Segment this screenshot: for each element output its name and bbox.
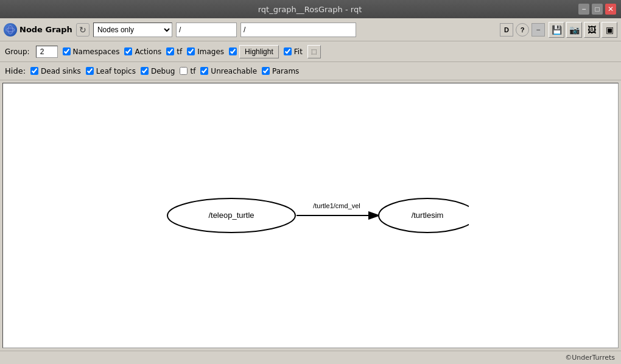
close-x-button[interactable]: − [532, 23, 545, 37]
tf-checkbox-group: tf [166, 47, 182, 56]
tf-hide-checkbox[interactable] [180, 67, 188, 75]
group-value[interactable] [37, 47, 57, 56]
dead-sinks-checkbox[interactable] [30, 67, 38, 75]
display-mode-dropdown[interactable]: Nodes only [93, 23, 172, 37]
filter2-input[interactable] [240, 23, 356, 37]
actions-label[interactable]: Actions [135, 47, 161, 56]
debug-checkbox[interactable] [141, 67, 149, 75]
screenshot-icon: 🖼 [588, 25, 596, 35]
fit-checkbox-group: Fit [284, 47, 303, 56]
tf-hide-checkbox-group: tf [180, 67, 195, 75]
node-graph-label: Node Graph [19, 25, 72, 34]
square-button[interactable]: ⬚ [307, 45, 321, 58]
highlight-checkbox-group: Highlight [229, 45, 279, 58]
canvas-area[interactable]: /teleop_turtle /turtle1/cmd_vel /turtles… [2, 83, 619, 348]
unreachable-checkbox[interactable] [200, 67, 208, 75]
params-label[interactable]: Params [272, 67, 299, 75]
fit-label[interactable]: Fit [294, 47, 303, 56]
group-label: Group: [5, 47, 30, 56]
leaf-topics-checkbox-group: Leaf topics [86, 67, 136, 75]
debug-label[interactable]: Debug [151, 67, 175, 75]
highlight-checkbox[interactable] [229, 47, 237, 55]
tf-checkbox[interactable] [166, 47, 174, 55]
camera-icon: 📷 [569, 25, 580, 35]
namespaces-label[interactable]: Namespaces [73, 47, 120, 56]
refresh-icon: ↻ [79, 25, 86, 35]
images-checkbox-group: Images [187, 47, 224, 56]
d-button[interactable]: D [500, 23, 513, 37]
view-button[interactable]: ▣ [602, 22, 617, 38]
window-title: rqt_graph__RosGraph - rqt [41, 5, 578, 14]
edge-label: /turtle1/cmd_vel [313, 202, 360, 209]
leaf-topics-checkbox[interactable] [86, 67, 94, 75]
images-checkbox[interactable] [187, 47, 195, 55]
save-icon: 💾 [552, 25, 562, 35]
debug-checkbox-group: Debug [141, 67, 175, 75]
display-mode-select[interactable]: Nodes only [94, 25, 172, 35]
filter1-input[interactable] [176, 23, 237, 37]
titlebar: rqt_graph__RosGraph - rqt − □ ✕ [0, 0, 621, 18]
top-right-controls: D ? − [500, 23, 545, 37]
app-icon [4, 23, 17, 37]
fit-checkbox[interactable] [284, 47, 292, 55]
leaf-topics-label[interactable]: Leaf topics [96, 67, 136, 75]
tf-label[interactable]: tf [177, 47, 182, 56]
highlight-button[interactable]: Highlight [239, 45, 279, 58]
help-button[interactable]: ? [516, 23, 529, 37]
group-spinbox[interactable] [36, 46, 58, 58]
unreachable-checkbox-group: Unreachable [200, 67, 257, 75]
window-controls: − □ ✕ [578, 4, 616, 15]
params-checkbox[interactable] [262, 67, 270, 75]
images-label[interactable]: Images [197, 47, 224, 56]
screenshot-button[interactable]: 🖼 [584, 22, 600, 38]
square-icon: ⬚ [311, 48, 317, 55]
tf-hide-label[interactable]: tf [190, 67, 195, 75]
graph-container: /teleop_turtle /turtle1/cmd_vel /turtles… [3, 83, 618, 348]
toolbar-row2: Group: Namespaces Actions tf Images High… [0, 41, 621, 62]
graph-svg: /teleop_turtle /turtle1/cmd_vel /turtles… [152, 191, 469, 240]
toolbar-row1: Node Graph ↻ Nodes only D ? − 💾 📷 [0, 18, 621, 41]
hide-label: Hide: [5, 66, 26, 75]
close-button[interactable]: ✕ [605, 4, 616, 15]
statusbar-text: ©UnderTurrets [565, 354, 615, 362]
main-window: Node Graph ↻ Nodes only D ? − 💾 📷 [0, 18, 621, 364]
unreachable-label[interactable]: Unreachable [211, 67, 257, 75]
toolbar-right-icons: 💾 📷 🖼 ▣ [549, 22, 617, 38]
maximize-button[interactable]: □ [592, 4, 603, 15]
node1-label: /teleop_turtle [208, 211, 254, 220]
minimize-button[interactable]: − [578, 4, 589, 15]
refresh-button[interactable]: ↻ [76, 23, 89, 37]
namespaces-checkbox-group: Namespaces [63, 47, 120, 56]
statusbar: ©UnderTurrets [0, 351, 621, 364]
namespaces-checkbox[interactable] [63, 47, 71, 55]
params-checkbox-group: Params [262, 67, 299, 75]
actions-checkbox[interactable] [124, 47, 132, 55]
save-button[interactable]: 💾 [549, 22, 564, 38]
actions-checkbox-group: Actions [124, 47, 161, 56]
dead-sinks-label[interactable]: Dead sinks [41, 67, 81, 75]
camera-button[interactable]: 📷 [566, 22, 582, 38]
dead-sinks-checkbox-group: Dead sinks [30, 67, 81, 75]
view-icon: ▣ [606, 25, 614, 35]
toolbar-row3: Hide: Dead sinks Leaf topics Debug tf Un… [0, 62, 621, 80]
svg-point-0 [6, 26, 15, 34]
node2-label: /turtlesim [412, 211, 444, 220]
